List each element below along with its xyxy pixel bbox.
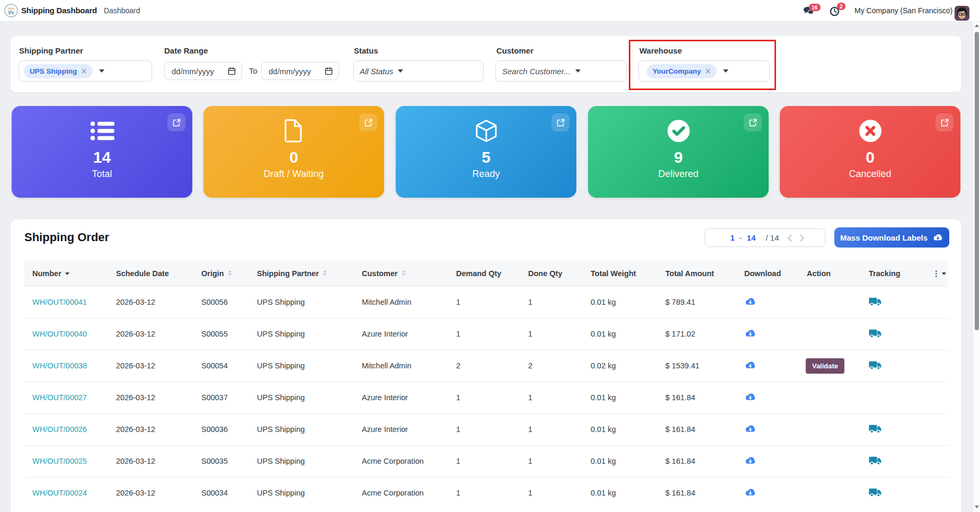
app-logo-icon[interactable]: odoo xyxy=(4,4,18,20)
tracking-cell xyxy=(861,318,924,350)
customer-select[interactable]: Search Customer... xyxy=(495,60,627,82)
col-shipping-partner[interactable]: Shipping Partner xyxy=(249,261,354,286)
cloud-download-icon[interactable] xyxy=(744,329,756,338)
action-cell xyxy=(789,445,861,477)
scroll-down-icon xyxy=(975,506,979,508)
order-number-link[interactable]: WH/OUT/00038 xyxy=(32,361,87,370)
col-demand-qty[interactable]: Demand Qty xyxy=(448,261,520,286)
tracking-cell xyxy=(861,477,924,509)
done-qty-cell: 2 xyxy=(520,350,583,382)
remove-tag-icon[interactable]: ✕ xyxy=(705,67,711,75)
truck-icon[interactable] xyxy=(869,297,881,306)
action-cell xyxy=(789,318,861,350)
next-page-icon[interactable] xyxy=(800,234,805,242)
validate-button[interactable]: Validate xyxy=(806,358,844,374)
sort-icon xyxy=(228,270,232,276)
order-number-link[interactable]: WH/OUT/00026 xyxy=(32,425,87,434)
status-label: Status xyxy=(354,46,378,55)
external-link-button[interactable] xyxy=(167,113,185,131)
order-number-link[interactable]: WH/OUT/00040 xyxy=(32,330,87,338)
company-switcher[interactable]: My Company (San Francisco) xyxy=(854,0,952,21)
warehouse-tag: YourCompany✕ xyxy=(647,64,717,78)
col-number[interactable]: Number xyxy=(24,261,108,286)
status-select[interactable]: All Status xyxy=(353,60,484,82)
col-options[interactable]: ⋮ xyxy=(924,261,948,286)
options-cell xyxy=(924,318,948,350)
origin-cell: S00035 xyxy=(193,445,249,477)
page-end[interactable]: 14 xyxy=(747,233,756,242)
shipping-partner-cell: UPS Shipping xyxy=(249,350,354,382)
col-customer[interactable]: Customer xyxy=(354,261,448,286)
order-row: WH/OUT/000412026-03-12S00056UPS Shipping… xyxy=(24,286,948,318)
col-origin[interactable]: Origin xyxy=(193,261,249,286)
external-link-button[interactable] xyxy=(744,113,762,131)
order-number-link[interactable]: WH/OUT/00027 xyxy=(32,393,87,402)
truck-icon[interactable] xyxy=(869,488,881,497)
schedule-date-cell: 2026-03-12 xyxy=(108,350,193,382)
origin-cell: S00036 xyxy=(193,413,249,445)
scrollbar[interactable] xyxy=(973,22,980,512)
truck-icon[interactable] xyxy=(869,456,881,465)
cloud-download-icon[interactable] xyxy=(744,424,756,434)
col-download[interactable]: Download xyxy=(736,261,789,286)
page-start[interactable]: 1 xyxy=(730,233,734,242)
download-cell xyxy=(736,350,789,382)
prev-page-icon[interactable] xyxy=(787,234,792,242)
customer-cell: Acme Corporation xyxy=(354,477,448,509)
mass-download-labels-button[interactable]: Mass Download Labels xyxy=(834,227,949,248)
remove-tag-icon[interactable]: ✕ xyxy=(81,67,87,75)
col-total-weight[interactable]: Total Weight xyxy=(583,261,657,286)
external-link-button[interactable] xyxy=(551,113,569,131)
shipping-partner-cell: UPS Shipping xyxy=(249,318,354,350)
order-number-link[interactable]: WH/OUT/00024 xyxy=(32,489,87,497)
chevron-down-icon xyxy=(575,69,581,73)
user-avatar[interactable] xyxy=(955,6,969,23)
cloud-download-icon[interactable] xyxy=(744,392,756,402)
order-number-link[interactable]: WH/OUT/00041 xyxy=(32,298,87,306)
stat-card-delivered[interactable]: 9 Delivered xyxy=(588,106,769,198)
col-total-amount[interactable]: Total Amount xyxy=(657,261,736,286)
cloud-download-icon[interactable] xyxy=(744,456,756,465)
action-cell xyxy=(789,286,861,318)
stat-value: 5 xyxy=(396,149,576,166)
shipping-partner-select[interactable]: UPS Shipping✕ xyxy=(19,60,152,82)
stat-card-total[interactable]: 14 Total xyxy=(12,106,192,198)
tracking-cell xyxy=(861,286,924,318)
demand-qty-cell: 1 xyxy=(448,477,520,509)
cloud-download-icon[interactable] xyxy=(744,360,756,370)
order-row: WH/OUT/000242026-03-12S00034UPS Shipping… xyxy=(24,477,948,509)
truck-icon[interactable] xyxy=(869,424,881,434)
truck-icon[interactable] xyxy=(869,329,881,338)
action-cell xyxy=(789,477,861,509)
demand-qty-cell: 1 xyxy=(448,286,520,318)
download-cell xyxy=(736,318,789,350)
date-from-input[interactable]: dd/mm/yyyy xyxy=(164,62,242,80)
orders-title: Shipping Order xyxy=(24,231,109,244)
nav-dashboard-link[interactable]: Dashboard xyxy=(104,0,140,21)
truck-icon[interactable] xyxy=(869,360,881,370)
stat-card-draft[interactable]: 0 Draft / Waiting xyxy=(203,106,384,198)
download-cell xyxy=(736,382,789,413)
col-tracking[interactable]: Tracking xyxy=(861,261,924,286)
customer-cell: Azure Interior xyxy=(354,413,448,445)
cloud-download-icon[interactable] xyxy=(744,297,756,306)
col-done-qty[interactable]: Done Qty xyxy=(520,261,583,286)
cloud-download-icon[interactable] xyxy=(744,488,756,497)
cloud-download-icon xyxy=(932,233,943,242)
external-link-button[interactable] xyxy=(359,113,377,131)
col-action[interactable]: Action xyxy=(789,261,861,286)
options-cell xyxy=(924,413,948,445)
external-link-button[interactable] xyxy=(936,113,954,131)
order-number-link[interactable]: WH/OUT/00025 xyxy=(32,457,87,465)
customer-cell: Mitchell Admin xyxy=(354,350,448,382)
date-range-label: Date Range xyxy=(164,46,208,55)
stat-card-cancelled[interactable]: 0 Cancelled xyxy=(780,106,960,198)
warehouse-select[interactable]: YourCompany✕ xyxy=(638,60,770,82)
date-to-input[interactable]: dd/mm/yyyy xyxy=(261,62,339,80)
top-navbar: odoo Shipping Dashboard Dashboard 16 2 M… xyxy=(0,0,980,22)
stat-card-ready[interactable]: 5 Ready xyxy=(396,106,576,198)
col-schedule-date[interactable]: Schedule Date xyxy=(108,261,193,286)
shipping-partner-cell: UPS Shipping xyxy=(249,445,354,477)
schedule-date-cell: 2026-03-12 xyxy=(108,445,193,477)
calendar-icon xyxy=(325,67,333,75)
